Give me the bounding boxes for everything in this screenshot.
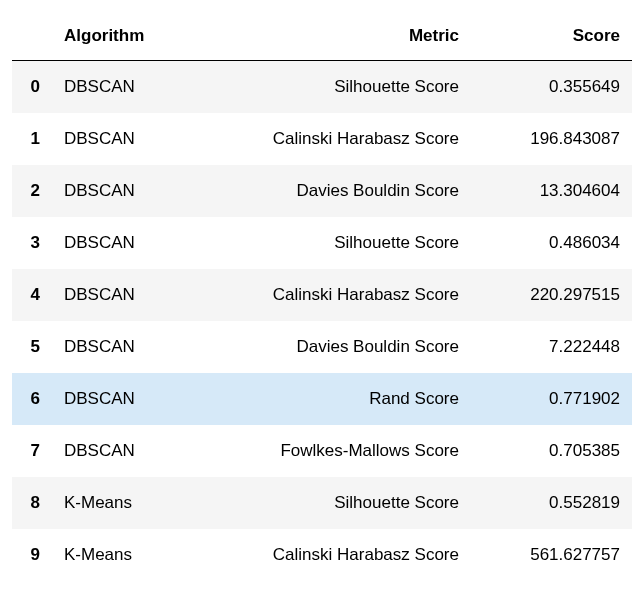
score-cell: 0.552819 xyxy=(471,477,632,529)
algorithm-cell: DBSCAN xyxy=(52,217,172,269)
algorithm-cell: DBSCAN xyxy=(52,269,172,321)
table-row[interactable]: 2 DBSCAN Davies Bouldin Score 13.304604 xyxy=(12,165,632,217)
row-index-cell: 2 xyxy=(12,165,52,217)
row-index-cell: 3 xyxy=(12,217,52,269)
row-index-cell: 9 xyxy=(12,529,52,581)
metric-cell: Davies Bouldin Score xyxy=(172,165,471,217)
metric-cell: Silhouette Score xyxy=(172,61,471,114)
table-row[interactable]: 0 DBSCAN Silhouette Score 0.355649 xyxy=(12,61,632,114)
score-cell: 0.355649 xyxy=(471,61,632,114)
metric-cell: Silhouette Score xyxy=(172,477,471,529)
metric-cell: Calinski Harabasz Score xyxy=(172,269,471,321)
row-index-cell: 1 xyxy=(12,113,52,165)
score-cell: 196.843087 xyxy=(471,113,632,165)
metric-cell: Silhouette Score xyxy=(172,217,471,269)
algorithm-cell: DBSCAN xyxy=(52,321,172,373)
col-header-index xyxy=(12,12,52,61)
algorithm-cell: DBSCAN xyxy=(52,61,172,114)
algorithm-cell: K-Means xyxy=(52,529,172,581)
header-row: Algorithm Metric Score xyxy=(12,12,632,61)
col-header-score: Score xyxy=(471,12,632,61)
dataframe-table: Algorithm Metric Score 0 DBSCAN Silhouet… xyxy=(12,12,632,581)
algorithm-cell: K-Means xyxy=(52,477,172,529)
score-cell: 7.222448 xyxy=(471,321,632,373)
algorithm-cell: DBSCAN xyxy=(52,373,172,425)
table-row[interactable]: 3 DBSCAN Silhouette Score 0.486034 xyxy=(12,217,632,269)
row-index-cell: 4 xyxy=(12,269,52,321)
row-index-cell: 8 xyxy=(12,477,52,529)
metric-cell: Rand Score xyxy=(172,373,471,425)
table-row[interactable]: 5 DBSCAN Davies Bouldin Score 7.222448 xyxy=(12,321,632,373)
table-row[interactable]: 1 DBSCAN Calinski Harabasz Score 196.843… xyxy=(12,113,632,165)
algorithm-cell: DBSCAN xyxy=(52,165,172,217)
score-cell: 561.627757 xyxy=(471,529,632,581)
table-row[interactable]: 7 DBSCAN Fowlkes-Mallows Score 0.705385 xyxy=(12,425,632,477)
score-cell: 0.486034 xyxy=(471,217,632,269)
col-header-algorithm: Algorithm xyxy=(52,12,172,61)
col-header-metric: Metric xyxy=(172,12,471,61)
score-cell: 13.304604 xyxy=(471,165,632,217)
row-index-cell: 0 xyxy=(12,61,52,114)
metric-cell: Fowlkes-Mallows Score xyxy=(172,425,471,477)
metric-cell: Calinski Harabasz Score xyxy=(172,529,471,581)
table-row[interactable]: 9 K-Means Calinski Harabasz Score 561.62… xyxy=(12,529,632,581)
table-row[interactable]: 8 K-Means Silhouette Score 0.552819 xyxy=(12,477,632,529)
score-cell: 0.705385 xyxy=(471,425,632,477)
row-index-cell: 6 xyxy=(12,373,52,425)
algorithm-cell: DBSCAN xyxy=(52,425,172,477)
score-cell: 0.771902 xyxy=(471,373,632,425)
metric-cell: Calinski Harabasz Score xyxy=(172,113,471,165)
table-row-selected[interactable]: 6 DBSCAN Rand Score 0.771902 xyxy=(12,373,632,425)
score-cell: 220.297515 xyxy=(471,269,632,321)
metric-cell: Davies Bouldin Score xyxy=(172,321,471,373)
algorithm-cell: DBSCAN xyxy=(52,113,172,165)
row-index-cell: 5 xyxy=(12,321,52,373)
table-row[interactable]: 4 DBSCAN Calinski Harabasz Score 220.297… xyxy=(12,269,632,321)
table-body: 0 DBSCAN Silhouette Score 0.355649 1 DBS… xyxy=(12,61,632,582)
row-index-cell: 7 xyxy=(12,425,52,477)
